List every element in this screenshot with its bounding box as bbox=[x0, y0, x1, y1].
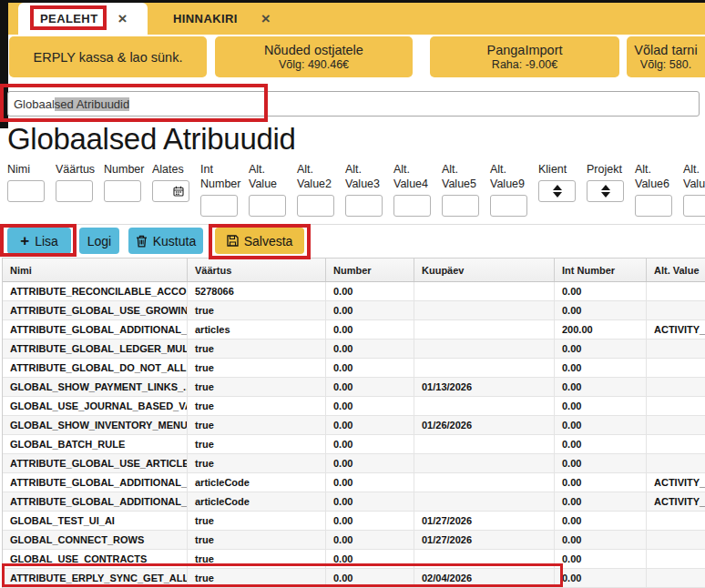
table-cell[interactable]: true bbox=[188, 397, 326, 415]
tab-pealeht[interactable]: PEALEHT × bbox=[18, 3, 148, 35]
table-cell[interactable]: 02/04/2026 bbox=[414, 569, 555, 587]
table-cell[interactable] bbox=[414, 397, 555, 415]
table-cell[interactable] bbox=[647, 531, 705, 549]
table-cell[interactable] bbox=[647, 359, 705, 377]
filter-input-int-number[interactable] bbox=[200, 195, 238, 217]
table-cell[interactable] bbox=[414, 282, 555, 300]
table-cell[interactable]: 0.00 bbox=[555, 473, 647, 492]
table-cell[interactable]: GLOBAL_SHOW_PAYMENT_LINKS_... bbox=[3, 378, 188, 396]
table-cell[interactable] bbox=[414, 320, 555, 339]
table-cell[interactable]: 0.00 bbox=[555, 531, 647, 549]
filter-select-klient[interactable] bbox=[538, 180, 576, 202]
table-cell[interactable] bbox=[647, 378, 705, 396]
table-cell[interactable]: 0.00 bbox=[555, 435, 647, 453]
table-row[interactable]: GLOBAL_TEST_UI_AItrue0.0001/27/20260.00 bbox=[3, 512, 705, 531]
table-cell[interactable]: 0.00 bbox=[555, 512, 647, 530]
filter-select-projekt[interactable] bbox=[587, 180, 624, 202]
table-cell[interactable]: 0.00 bbox=[326, 378, 414, 396]
filter-input-alt-value6[interactable] bbox=[635, 195, 672, 217]
search-input[interactable]: Globaalsed Atribuudid bbox=[7, 91, 700, 117]
table-row[interactable]: ATTRIBUTE_GLOBAL_ADDITIONAL_...articleCo… bbox=[3, 492, 705, 512]
column-header-alt-value[interactable]: Alt. Value bbox=[647, 259, 705, 281]
table-cell[interactable]: ATTRIBUTE_GLOBAL_ADDITIONAL_... bbox=[3, 320, 188, 339]
table-cell[interactable]: true bbox=[188, 359, 326, 377]
table-cell[interactable]: 0.00 bbox=[326, 512, 414, 530]
delete-button[interactable]: Kustuta bbox=[128, 228, 203, 254]
table-row[interactable]: ATTRIBUTE_GLOBAL_LEDGER_MUL...true0.000.… bbox=[3, 340, 705, 359]
table-cell[interactable]: 01/26/2026 bbox=[414, 416, 555, 434]
close-icon[interactable]: × bbox=[118, 11, 127, 26]
table-cell[interactable]: 0.00 bbox=[555, 359, 647, 377]
table-cell[interactable]: GLOBAL_USE_CONTRACTS bbox=[3, 550, 188, 568]
table-row[interactable]: GLOBAL_SHOW_PAYMENT_LINKS_...true0.0001/… bbox=[3, 378, 705, 397]
table-cell[interactable]: 01/27/2026 bbox=[414, 531, 555, 549]
table-row[interactable]: ATTRIBUTE_ERPLY_SYNC_GET_ALL...true0.000… bbox=[3, 569, 705, 588]
table-cell[interactable]: 0.00 bbox=[555, 569, 647, 587]
table-cell[interactable]: GLOBAL_TEST_UI_AI bbox=[3, 512, 188, 530]
filter-input-alt-value9[interactable] bbox=[490, 195, 527, 217]
table-cell[interactable]: true bbox=[188, 435, 326, 453]
table-cell[interactable]: 0.00 bbox=[555, 282, 647, 300]
filter-input-alt-value5[interactable] bbox=[442, 195, 479, 217]
save-button[interactable]: Salvesta bbox=[215, 228, 304, 254]
table-cell[interactable]: ATTRIBUTE_ERPLY_SYNC_GET_ALL... bbox=[3, 569, 188, 587]
filter-input-nimi[interactable] bbox=[7, 180, 45, 202]
table-cell[interactable]: true bbox=[188, 301, 326, 319]
filter-input-alt-valu[interactable] bbox=[683, 195, 705, 217]
table-cell[interactable]: articleCode bbox=[188, 473, 326, 492]
table-cell[interactable]: true bbox=[188, 512, 326, 530]
filter-input-alt-value2[interactable] bbox=[297, 195, 334, 217]
table-cell[interactable]: 200.00 bbox=[555, 320, 647, 339]
table-cell[interactable]: ATTRIBUTE_GLOBAL_LEDGER_MUL... bbox=[3, 340, 188, 358]
table-cell[interactable] bbox=[647, 301, 705, 319]
table-row[interactable]: GLOBAL_SHOW_INVENTORY_MENUtrue0.0001/26/… bbox=[3, 416, 705, 435]
table-cell[interactable]: GLOBAL_SHOW_INVENTORY_MENU bbox=[3, 416, 188, 434]
table-row[interactable]: ATTRIBUTE_GLOBAL_USE_ARTICLE...true0.000… bbox=[3, 454, 705, 473]
table-cell[interactable]: 0.00 bbox=[326, 301, 414, 319]
table-cell[interactable]: GLOBAL_BATCH_RULE bbox=[3, 435, 188, 453]
table-cell[interactable]: true bbox=[188, 550, 326, 568]
table-cell[interactable] bbox=[414, 473, 555, 492]
add-button[interactable]: + Lisa bbox=[7, 228, 71, 254]
table-cell[interactable]: 0.00 bbox=[326, 340, 414, 358]
column-header-int-number[interactable]: Int Number bbox=[555, 259, 647, 281]
table-row[interactable]: ATTRIBUTE_RECONCILABLE_ACCO...52780660.0… bbox=[3, 282, 705, 301]
table-row[interactable]: ATTRIBUTE_GLOBAL_ADDITIONAL_...articleCo… bbox=[3, 473, 705, 492]
close-icon[interactable]: × bbox=[261, 11, 271, 26]
table-cell[interactable]: true bbox=[188, 416, 326, 434]
table-cell[interactable] bbox=[647, 454, 705, 472]
table-cell[interactable]: articles bbox=[188, 320, 326, 339]
table-cell[interactable]: ATTRIBUTE_GLOBAL_USE_GROWIN... bbox=[3, 301, 188, 319]
filter-input-alates[interactable] bbox=[152, 180, 189, 202]
quick-button-nouded-ostjatele[interactable]: Nõuded ostjatele Võlg: 490.46€ bbox=[215, 36, 413, 77]
table-cell[interactable]: 5278066 bbox=[188, 282, 326, 300]
table-cell[interactable]: true bbox=[188, 569, 326, 587]
table-cell[interactable]: 0.00 bbox=[555, 378, 647, 396]
table-cell[interactable] bbox=[414, 301, 555, 319]
table-cell[interactable]: 0.00 bbox=[555, 340, 647, 358]
filter-input-v-rtus[interactable] bbox=[56, 180, 93, 202]
table-cell[interactable]: ACTIVITY_IT bbox=[647, 473, 705, 492]
table-cell[interactable]: 0.00 bbox=[326, 473, 414, 492]
table-cell[interactable]: 0.00 bbox=[555, 492, 647, 511]
table-cell[interactable] bbox=[647, 512, 705, 530]
table-cell[interactable]: 0.00 bbox=[326, 550, 414, 568]
table-cell[interactable]: 0.00 bbox=[555, 301, 647, 319]
filter-input-alt-value[interactable] bbox=[249, 195, 286, 217]
table-row[interactable]: ATTRIBUTE_GLOBAL_USE_GROWIN...true0.000.… bbox=[3, 301, 705, 320]
table-cell[interactable] bbox=[647, 340, 705, 358]
table-cell[interactable] bbox=[647, 282, 705, 300]
table-cell[interactable]: 0.00 bbox=[326, 320, 414, 339]
table-cell[interactable]: true bbox=[188, 531, 326, 549]
column-header-kuup-ev[interactable]: Kuupäev bbox=[414, 259, 555, 281]
table-cell[interactable]: true bbox=[188, 340, 326, 358]
table-row[interactable]: ATTRIBUTE_GLOBAL_ADDITIONAL_...articles0… bbox=[3, 320, 705, 340]
table-cell[interactable]: ACTIVITY_IT bbox=[647, 492, 705, 511]
table-cell[interactable]: true bbox=[188, 378, 326, 396]
quick-button-pangaimport[interactable]: PangaImport Raha: -9.00€ bbox=[430, 36, 619, 77]
table-cell[interactable] bbox=[647, 416, 705, 434]
table-cell[interactable]: 0.00 bbox=[326, 454, 414, 472]
table-cell[interactable] bbox=[414, 359, 555, 377]
column-header-nimi[interactable]: Nimi bbox=[3, 259, 188, 281]
filter-input-alt-value4[interactable] bbox=[393, 195, 431, 217]
